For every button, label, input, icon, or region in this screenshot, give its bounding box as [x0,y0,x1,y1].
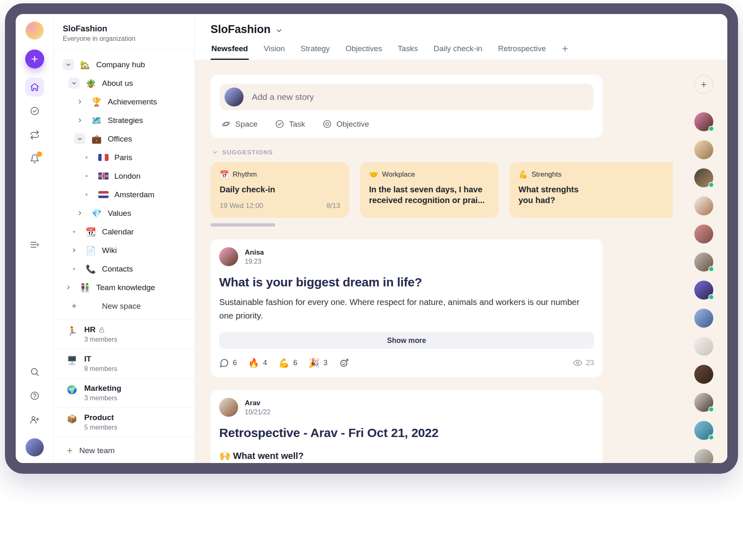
member-avatar[interactable] [694,168,713,187]
suggestion-card[interactable]: 💪 Strenghts What strenghts you had? [509,162,673,218]
tree-item[interactable]: 👫 Team knowledge [59,278,190,297]
new-team-button[interactable]: New team [54,437,115,455]
home-button[interactable] [25,78,44,97]
invite-user-button[interactable] [25,410,44,429]
tree-toggle[interactable] [81,152,92,163]
space-emoji-icon: 👫 [79,283,91,293]
member-avatar[interactable] [694,337,713,356]
tree-toggle[interactable] [74,96,85,107]
tree-toggle[interactable] [69,245,80,256]
workspace-avatar[interactable] [26,21,44,40]
member-avatar[interactable] [694,112,713,131]
tree-toggle[interactable] [74,115,85,126]
tree-toggle[interactable] [74,208,85,219]
tree-item[interactable]: 💎 Values [59,204,190,222]
team-item[interactable]: 🏃 HR 3 members [54,320,194,349]
tab[interactable]: Tasks [397,44,419,60]
online-status-dot [708,266,714,272]
reaction-button[interactable]: 🔥 4 [248,358,267,368]
attach-task-button[interactable]: Task [275,119,305,129]
tab[interactable]: Newsfeed [211,44,249,60]
icon-rail [16,14,54,463]
tree-item[interactable]: Amsterdam [59,185,190,204]
reaction-button[interactable]: 💪 6 [278,358,297,368]
help-button[interactable] [25,386,44,405]
tree-toggle[interactable] [69,78,80,89]
tree-toggle[interactable] [74,133,85,144]
suggestion-card[interactable]: 📅 Rhythm Daily check-in 19 Wed 12:00 8/1… [211,162,349,218]
member-avatar[interactable] [694,224,713,243]
tree-item[interactable]: 🏡 Company hub [59,55,190,74]
tree-toggle[interactable] [81,170,92,182]
space-switcher[interactable]: SloFashion [211,23,282,36]
member-avatar[interactable] [694,196,713,215]
new-story-input[interactable]: Add a new story [220,84,594,110]
sidebar-header: SloFashion Everyone in organization [54,22,194,50]
tree-toggle[interactable] [63,282,74,293]
main-area: SloFashion Newsfeed Vision Strategy Obje… [195,14,727,463]
add-member-button[interactable] [694,75,713,94]
tab[interactable]: Vision [263,44,286,60]
chevron-right-icon [71,248,77,253]
avatar[interactable] [219,398,238,417]
space-emoji-icon: 💎 [90,208,103,218]
team-item[interactable]: 🖥️ IT 8 members [54,349,194,378]
tree-item[interactable]: 💼 Offices [59,130,190,148]
tree-item[interactable]: 🏆 Achievements [59,92,190,111]
member-avatar[interactable] [694,393,713,412]
reaction-button[interactable]: 🎉 3 [308,358,327,368]
team-item[interactable]: 🌍 Marketing 3 members [54,378,194,408]
member-avatar[interactable] [694,421,713,440]
tree-toggle[interactable] [69,226,80,237]
create-button[interactable] [25,50,44,69]
search-button[interactable] [25,362,44,381]
member-avatar[interactable] [694,281,713,300]
post-author[interactable]: Anisa [245,248,264,257]
tree-toggle[interactable] [69,300,80,312]
member-avatar[interactable] [694,140,713,159]
attach-space-button[interactable]: Space [221,119,258,129]
tree-item[interactable]: New space [59,297,190,315]
tab[interactable]: Retrospective [497,44,547,60]
space-label: About us [102,79,133,88]
current-user-avatar[interactable] [26,438,44,456]
tasks-button[interactable] [25,102,44,121]
tab[interactable]: Objectives [345,44,383,60]
tree-item[interactable]: 🗺️ Strategies [59,111,190,130]
tab[interactable]: Strategy [300,44,331,60]
tree-item[interactable]: Paris [59,148,190,167]
updates-button[interactable] [25,125,44,144]
member-avatar[interactable] [694,365,713,384]
attach-objective-button[interactable]: Objective [322,119,369,129]
tree-toggle[interactable] [81,189,92,200]
add-tab-button[interactable] [561,45,569,60]
tree-item[interactable]: 📄 Wiki [59,241,190,260]
member-avatar[interactable] [694,309,713,328]
collapse-sidebar-button[interactable] [25,235,44,254]
show-more-button[interactable]: Show more [219,332,594,349]
member-avatar[interactable] [694,253,713,272]
suggestion-card[interactable]: 🤝 Workplace In the last seven days, I ha… [360,162,499,218]
avatar[interactable] [219,247,238,266]
post-author[interactable]: Arav [245,399,270,407]
team-item[interactable]: 📦 Product 5 members [54,408,194,437]
space-label: Paris [114,153,132,162]
suggestions-toggle[interactable]: SUGGESTIONS [212,149,603,156]
member-avatar[interactable] [694,449,713,463]
comment-count: 6 [233,359,237,367]
add-reaction-button[interactable] [339,358,350,368]
tree-item[interactable]: London [59,167,190,185]
tree-item[interactable]: 📆 Calendar [59,222,190,241]
team-member-count: 3 members [84,336,117,343]
plus-icon [700,80,708,89]
suggestions-scrollbar[interactable] [211,223,275,227]
tree-toggle[interactable] [63,59,74,70]
tree-item[interactable]: 📞 Contacts [59,260,190,278]
tab[interactable]: Daily check-in [433,44,483,60]
space-label: Offices [108,135,132,144]
comments-button[interactable]: 6 [219,358,237,368]
notifications-button[interactable] [25,149,44,168]
story-composer: Add a new story Space Task [211,75,603,138]
tree-toggle[interactable] [69,263,80,274]
tree-item[interactable]: 🪴 About us [59,74,190,92]
